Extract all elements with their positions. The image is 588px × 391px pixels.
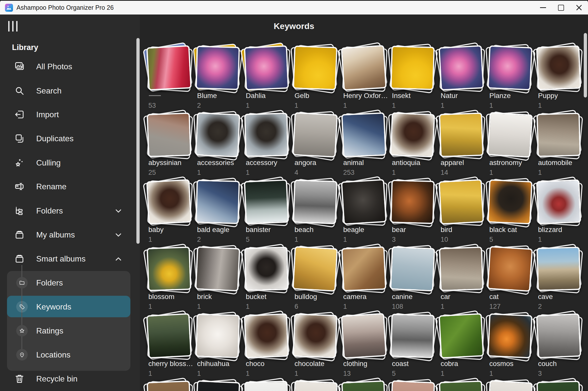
keyword-tile[interactable]: baby 1	[147, 180, 196, 247]
sidebar-item-rename[interactable]: Rename	[0, 178, 135, 194]
keyword-tile[interactable]: accessory 1	[245, 113, 294, 180]
keyword-tile[interactable]: animal 253	[342, 113, 391, 180]
keyword-tile[interactable]: cobra 1	[440, 314, 488, 381]
keyword-tile[interactable]: chihuahua 1	[196, 314, 245, 381]
sidebar-item-duplicates[interactable]: Duplicates	[0, 130, 135, 146]
keyword-tile[interactable]	[391, 381, 440, 391]
keyword-tile[interactable]: Natur 1	[440, 46, 488, 113]
keyword-count: 1	[441, 370, 444, 378]
keyword-count: 1	[246, 169, 250, 176]
sidebar-item-all-photos[interactable]: All Photos	[0, 58, 135, 74]
keyword-tile[interactable]: cosmos 1	[488, 314, 537, 381]
keyword-tile[interactable]: Gelb 1	[294, 46, 342, 113]
sidebar-item-my-albums[interactable]: My albums	[0, 227, 135, 243]
keyword-count: 1	[343, 303, 347, 310]
keyword-tile[interactable]: Henry Oxfor… 1	[342, 46, 391, 113]
keyword-tile[interactable]: canine 108	[391, 247, 440, 314]
keyword-tile[interactable]	[488, 381, 537, 391]
keyword-tile[interactable]	[440, 381, 488, 391]
sidebar-item-search[interactable]: Search	[0, 83, 135, 99]
photo-thumbnail	[439, 112, 484, 157]
keyword-tile[interactable]: cherry bloss… 1	[147, 314, 196, 381]
sidebar-item-smart-folders[interactable]: Folders	[0, 275, 135, 291]
keyword-tile[interactable]: Blume 2	[196, 46, 245, 113]
sidebar-item-smart-locations[interactable]: Locations	[0, 347, 135, 363]
maximize-button[interactable]	[552, 1, 570, 14]
sidebar-item-recycle-bin[interactable]: Recycle bin	[0, 371, 135, 387]
minimize-button[interactable]	[534, 1, 552, 14]
keyword-count: 53	[148, 102, 156, 110]
keyword-tile[interactable]: beagle 1	[342, 180, 391, 247]
keyword-tile[interactable]: bucket 1	[245, 247, 294, 314]
photo-thumbnail	[536, 313, 581, 358]
close-button[interactable]	[570, 1, 588, 14]
photo-thumbnail	[487, 112, 533, 158]
sidebar-scrollbar-thumb[interactable]	[136, 38, 140, 244]
keyword-tile[interactable]	[294, 381, 342, 391]
keyword-tile[interactable]: Planze 1	[488, 46, 537, 113]
keyword-tile[interactable]: brick 1	[196, 247, 245, 314]
keyword-tile[interactable]: accessories 1	[196, 113, 245, 180]
keyword-tile[interactable]: bald eagle 2	[196, 180, 245, 247]
keyword-tile[interactable]: camera 1	[342, 247, 391, 314]
keyword-count: 25	[148, 169, 156, 176]
sidebar-item-import[interactable]: Import	[0, 106, 135, 122]
keyword-tile[interactable]: abyssinian 25	[147, 113, 196, 180]
photo-thumbnail	[195, 380, 240, 391]
keyword-tile[interactable]: antioquia 1	[391, 113, 440, 180]
keyword-tile[interactable]: cave 2	[537, 247, 586, 314]
keyword-tile[interactable]: choco 1	[245, 314, 294, 381]
keyword-tile[interactable]: banister 5	[245, 180, 294, 247]
keyword-tile[interactable]: automobile 1	[537, 113, 586, 180]
keyword-count: 108	[392, 303, 403, 310]
keyword-tile[interactable]: angora 4	[294, 113, 342, 180]
chevron-up-icon[interactable]	[113, 253, 124, 264]
keyword-tile[interactable]: blossom 1	[147, 247, 196, 314]
sidebar-item-smart-ratings[interactable]: Ratings	[0, 323, 135, 339]
keyword-tile[interactable]	[537, 381, 586, 391]
keyword-tile[interactable]: chocolate 1	[294, 314, 342, 381]
chevron-down-icon[interactable]	[113, 229, 124, 240]
keyword-count: 14	[441, 169, 448, 176]
keyword-tile[interactable]: bulldog 6	[294, 247, 342, 314]
keyword-label: bald eagle	[197, 226, 229, 234]
keyword-tile[interactable]	[147, 381, 196, 391]
keyword-tile[interactable]: beach 1	[294, 180, 342, 247]
keyword-tile[interactable]: Dahlia 1	[245, 46, 294, 113]
menu-toggle-button[interactable]	[8, 21, 20, 32]
keyword-tile[interactable]: 53	[147, 46, 196, 113]
photo-stack	[196, 46, 239, 90]
trash-icon	[14, 373, 25, 384]
keyword-tile[interactable]: couch 3	[537, 314, 586, 381]
keyword-tile[interactable]: bear 3	[391, 180, 440, 247]
sidebar-item-culling[interactable]: Culling	[0, 155, 135, 171]
keyword-label: black cat	[489, 226, 517, 234]
grid-scrollbar-thumb[interactable]	[584, 33, 587, 98]
keyword-tile[interactable]: coast 5	[391, 314, 440, 381]
sidebar-item-folders[interactable]: Folders	[0, 203, 135, 219]
keyword-tile[interactable]: cat 127	[488, 247, 537, 314]
maximize-icon	[558, 5, 564, 11]
sidebar-item-smart-keywords[interactable]: Keywords	[0, 299, 135, 315]
keyword-tile[interactable]	[342, 381, 391, 391]
photo-thumbnail	[487, 45, 532, 90]
chevron-down-icon[interactable]	[113, 205, 124, 216]
keyword-tile[interactable]: Insekt 1	[391, 46, 440, 113]
sidebar-item-smart-albums[interactable]: Smart albums	[0, 251, 135, 267]
keyword-tile[interactable]: black cat 5	[488, 180, 537, 247]
keyword-tile[interactable]: clothing 13	[342, 314, 391, 381]
photo-stack	[488, 314, 532, 358]
keyword-tile[interactable]	[196, 381, 245, 391]
keyword-tile[interactable]: bird 10	[440, 180, 488, 247]
photo-thumbnail	[390, 46, 435, 90]
keyword-tile[interactable]: apparel 14	[440, 113, 488, 180]
keyword-count: 1	[343, 236, 347, 244]
keyword-tile[interactable]: Puppy 1	[537, 46, 586, 113]
keyword-tile[interactable]	[245, 381, 294, 391]
keyword-count: 1	[246, 303, 250, 310]
keyword-label: beach	[294, 226, 313, 234]
keyword-tile[interactable]: blizzard 1	[537, 180, 586, 247]
keyword-tile[interactable]: astronomy 1	[488, 113, 537, 180]
window-title: Ashampoo Photo Organizer Pro 26	[16, 4, 114, 11]
keyword-tile[interactable]: car 1	[440, 247, 488, 314]
